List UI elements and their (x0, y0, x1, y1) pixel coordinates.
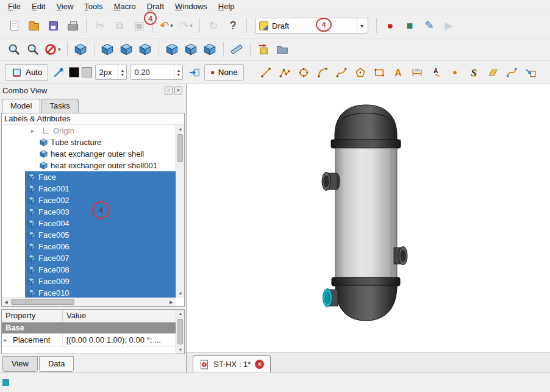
working-plane-auto-button[interactable]: Auto (5, 64, 48, 81)
tree-item-face002[interactable]: Face002 (2, 194, 176, 206)
save-button[interactable] (44, 16, 62, 35)
spin-down-icon[interactable]: ▼ (176, 73, 180, 77)
tree-horizontal-scrollbar[interactable]: ◀ ▶ (2, 298, 176, 306)
view-front-button[interactable] (99, 41, 116, 58)
tree-item-face007[interactable]: Face007 (2, 252, 176, 264)
scroll-down-icon[interactable]: ▼ (176, 290, 185, 298)
tree-item-face008[interactable]: Face008 (2, 264, 176, 276)
menu-windows[interactable]: Windows (170, 1, 213, 12)
top-flange-band[interactable] (331, 140, 401, 148)
tab-model[interactable]: Model (2, 99, 40, 113)
paste-button[interactable]: ▣ (130, 16, 148, 35)
tree-item-face010[interactable]: Face010 (2, 287, 176, 298)
line-width-spin-arrows[interactable]: ▲▼ (118, 65, 126, 79)
draft-rectangle-button[interactable] (371, 64, 388, 81)
tree-hscroll-thumb[interactable] (11, 299, 74, 305)
macro-record-button[interactable]: ● (381, 16, 399, 35)
copy-button[interactable]: ⧉ (110, 16, 129, 35)
workbench-selector-dropdown-icon[interactable]: ▾ (357, 18, 366, 33)
expander-icon[interactable]: ▸ (31, 127, 39, 134)
spin-up-icon[interactable]: ▲ (120, 68, 124, 73)
view-top-button[interactable] (118, 41, 135, 58)
menu-edit[interactable]: Edit (26, 1, 51, 12)
measure-distance-button[interactable] (228, 41, 246, 58)
tree-item-face009[interactable]: Face009 (2, 276, 176, 287)
autogroup-button[interactable]: ▪None (204, 64, 243, 81)
workbench-selector[interactable]: Draft▾ (255, 18, 368, 34)
undo-dropdown-icon[interactable]: ▾ (170, 23, 173, 29)
tree-item-face004[interactable]: Face004 (2, 218, 176, 229)
new-document-button[interactable] (5, 16, 23, 35)
redo-dropdown-icon[interactable]: ▾ (190, 23, 193, 29)
view-right-button[interactable] (137, 41, 154, 58)
bottom-dome-face[interactable] (335, 285, 397, 321)
view-isometric-button[interactable] (72, 41, 90, 58)
draw-style-dropdown-icon[interactable]: ▾ (58, 46, 61, 52)
tree-item-heat-exchanger-outer-shell001[interactable]: heat exchanger outer shell001 (2, 160, 176, 171)
3d-viewport[interactable]: ST-HX : 1* × (187, 84, 550, 372)
draft-bezier-button[interactable] (503, 64, 521, 81)
float-panel-button[interactable]: ▫ (165, 87, 173, 94)
lower-left-nozzle[interactable] (323, 289, 338, 307)
tree-item-face[interactable]: Face (2, 171, 176, 183)
tree-item-face001[interactable]: Face001 (2, 183, 176, 194)
tree-vertical-scrollbar[interactable]: ▲ ▼ (176, 125, 184, 298)
face-color-swatch[interactable] (82, 67, 92, 77)
menu-draft[interactable]: Draft (141, 1, 170, 12)
edit-placement-button[interactable] (255, 41, 273, 58)
spin-up-icon[interactable]: ▲ (176, 68, 180, 73)
bottom-flange-band[interactable] (332, 277, 400, 286)
view-left-button[interactable] (201, 41, 219, 58)
macro-edit-button[interactable]: ✎ (420, 16, 438, 35)
expander-icon[interactable]: ▸ (4, 337, 12, 343)
menu-file[interactable]: File (2, 1, 26, 12)
refresh-button[interactable]: ↻ (204, 16, 223, 35)
draft-point-button[interactable] (446, 64, 464, 81)
menu-macro[interactable]: Macro (109, 1, 141, 12)
view-rear-button[interactable] (163, 41, 181, 58)
property-vertical-scrollbar[interactable]: ▲ ▼ (176, 310, 184, 354)
draft-wire-button[interactable] (276, 64, 294, 81)
tab-view[interactable]: View (2, 356, 38, 372)
scroll-up-icon[interactable]: ▲ (176, 310, 185, 318)
draft-polygon-button[interactable] (352, 64, 370, 81)
draft-arc-button[interactable] (314, 64, 332, 81)
tab-data[interactable]: Data (39, 356, 74, 372)
menu-tools[interactable]: Tools (79, 1, 108, 12)
upper-left-nozzle[interactable] (322, 173, 340, 191)
draft-circle-button[interactable] (295, 64, 313, 81)
right-nozzle[interactable] (394, 247, 407, 265)
text-scale-spinner[interactable]: 0.20▲▼ (130, 65, 183, 80)
snap-toggle-button[interactable] (49, 64, 67, 81)
tree-item-face006[interactable]: Face006 (2, 241, 176, 252)
scroll-up-icon[interactable]: ▲ (176, 125, 185, 133)
fit-all-button[interactable] (5, 41, 23, 58)
cut-button[interactable]: ✂ (91, 16, 109, 35)
close-document-button[interactable]: × (255, 360, 264, 369)
draft-text-button[interactable] (390, 64, 407, 81)
open-file-button[interactable] (24, 16, 43, 35)
draft-line-button[interactable] (257, 64, 275, 81)
macro-stop-button[interactable]: ■ (401, 16, 419, 35)
tree-vscroll-thumb[interactable] (177, 134, 183, 162)
draft-shapestring-button[interactable] (465, 64, 483, 81)
undo-button[interactable]: ↶▾ (157, 16, 176, 35)
property-vscroll-thumb[interactable] (177, 319, 183, 344)
document-tab[interactable]: ST-HX : 1* × (193, 355, 271, 372)
open-group-button[interactable] (274, 41, 291, 58)
draft-label-button[interactable] (427, 64, 445, 81)
tab-tasks[interactable]: Tasks (41, 99, 78, 113)
menu-help[interactable]: Help (213, 1, 240, 12)
macro-play-button[interactable]: ▶ (440, 16, 458, 35)
draft-dimension-button[interactable] (409, 64, 426, 81)
redo-button[interactable]: ↷▾ (177, 16, 195, 35)
tree-item-face003[interactable]: Face003 (2, 206, 176, 218)
close-panel-button[interactable]: × (174, 87, 182, 94)
view-bottom-button[interactable] (182, 41, 200, 58)
draft-move-to-group-button[interactable] (522, 64, 540, 81)
draft-facebinder-button[interactable] (484, 64, 502, 81)
text-scale-spin-arrows[interactable]: ▲▼ (174, 65, 182, 79)
draft-bspline-button[interactable] (333, 64, 351, 81)
spin-down-icon[interactable]: ▼ (120, 73, 124, 77)
line-width-spinner[interactable]: 2px▲▼ (95, 65, 127, 80)
